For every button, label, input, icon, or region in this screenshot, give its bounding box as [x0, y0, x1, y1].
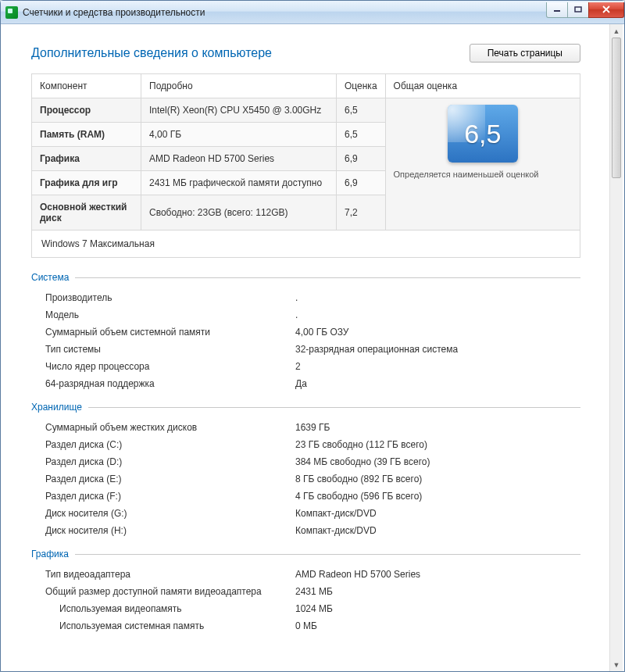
info-key: Производитель: [45, 292, 295, 303]
scroll-down-arrow-icon[interactable]: ▼: [610, 658, 623, 671]
row-detail: Свободно: 23GB (всего: 112GB): [141, 195, 337, 231]
svg-rect-1: [575, 7, 581, 12]
section-header: Графика: [31, 549, 580, 559]
info-value: 0 МБ: [295, 620, 580, 631]
content-pane: Дополнительные сведения о компьютере Печ…: [7, 29, 605, 667]
overall-score-cell: 6,5 Определяется наименьшей оценкой: [385, 98, 580, 231]
info-key: Число ядер процессора: [45, 361, 295, 372]
close-icon: [602, 5, 611, 13]
row-label: Основной жесткий диск: [32, 195, 141, 231]
col-score: Оценка: [337, 74, 386, 98]
info-row: Общий размер доступной памяти видеоадапт…: [31, 583, 580, 600]
info-value: 1024 МБ: [295, 603, 580, 614]
info-key: Раздел диска (E:): [45, 474, 295, 484]
os-name: Windows 7 Максимальная: [32, 231, 580, 258]
info-value: AMD Radeon HD 5700 Series: [295, 569, 580, 580]
section-storage: Хранилище Суммарный объем жестких дисков…: [31, 402, 580, 539]
row-label: Графика: [32, 147, 141, 171]
scroll-thumb[interactable]: [612, 38, 621, 178]
row-label: Графика для игр: [32, 171, 141, 195]
info-row: Диск носителя (G:)Компакт-диск/DVD: [31, 505, 580, 522]
performance-info-window: Счетчики и средства производительности Д…: [0, 0, 625, 672]
info-key: Раздел диска (C:): [45, 439, 295, 450]
maximize-button[interactable]: [567, 2, 589, 18]
info-row: Используемая видеопамять1024 МБ: [31, 600, 580, 617]
info-key: Диск носителя (G:): [45, 508, 295, 519]
window-buttons: [547, 2, 624, 18]
row-detail: AMD Radeon HD 5700 Series: [141, 147, 337, 171]
row-score: 6,9: [337, 147, 386, 171]
minimize-icon: [553, 6, 561, 13]
row-score: 7,2: [337, 195, 386, 231]
info-row: Число ядер процессора2: [31, 358, 580, 375]
row-label: Память (RAM): [32, 123, 141, 147]
divider: [75, 277, 580, 278]
info-value: 32-разрядная операционная система: [295, 344, 580, 355]
info-value: .: [295, 309, 580, 320]
info-row: 64-разрядная поддержкаДа: [31, 375, 580, 392]
info-key: Используемая системная память: [45, 620, 295, 631]
info-key: Суммарный объем системной памяти: [45, 327, 295, 338]
content-outer: Дополнительные сведения о компьютере Печ…: [1, 24, 624, 671]
row-score: 6,9: [337, 171, 386, 195]
section-title: Система: [31, 272, 69, 283]
score-badge: 6,5: [448, 105, 518, 163]
row-score: 6,5: [337, 123, 386, 147]
app-icon: [5, 6, 18, 19]
info-row: Раздел диска (E:)8 ГБ свободно (892 ГБ в…: [31, 470, 580, 488]
os-row: Windows 7 Максимальная: [32, 231, 580, 258]
close-button[interactable]: [588, 2, 624, 18]
section-header: Система: [31, 272, 580, 283]
info-value: 1639 ГБ: [295, 422, 580, 433]
vertical-scrollbar[interactable]: ▲ ▼: [609, 24, 623, 671]
info-value: 4,00 ГБ ОЗУ: [295, 327, 580, 338]
row-detail: 4,00 ГБ: [141, 123, 337, 147]
info-value: Компакт-диск/DVD: [295, 508, 580, 519]
titlebar[interactable]: Счетчики и средства производительности: [1, 1, 624, 24]
info-row: Суммарный объем системной памяти4,00 ГБ …: [31, 323, 580, 341]
section-graphics: Графика Тип видеоадаптераAMD Radeon HD 5…: [31, 549, 580, 634]
section-title: Хранилище: [31, 402, 82, 413]
section-title: Графика: [31, 549, 69, 559]
overall-score-value: 6,5: [464, 119, 501, 149]
info-row: Раздел диска (F:)4 ГБ свободно (596 ГБ в…: [31, 488, 580, 505]
info-value: 2: [295, 361, 580, 372]
info-row: Тип видеоадаптераAMD Radeon HD 5700 Seri…: [31, 566, 580, 583]
scroll-up-arrow-icon[interactable]: ▲: [610, 24, 623, 38]
print-page-button[interactable]: Печать страницы: [470, 44, 580, 63]
overall-score-caption: Определяется наименьшей оценкой: [394, 169, 572, 180]
info-key: Диск носителя (H:): [45, 525, 295, 536]
info-value: 4 ГБ свободно (596 ГБ всего): [295, 491, 580, 502]
header-row: Дополнительные сведения о компьютере Печ…: [31, 44, 604, 63]
info-key: Суммарный объем жестких дисков: [45, 422, 295, 433]
col-details: Подробно: [141, 74, 337, 98]
row-detail: Intel(R) Xeon(R) CPU X5450 @ 3.00GHz: [141, 98, 337, 123]
info-row: Тип системы32-разрядная операционная сис…: [31, 341, 580, 358]
info-value: Да: [295, 378, 580, 389]
info-value: Компакт-диск/DVD: [295, 525, 580, 536]
col-component: Компонент: [32, 74, 141, 98]
info-key: Раздел диска (D:): [45, 456, 295, 467]
info-row: Раздел диска (D:)384 МБ свободно (39 ГБ …: [31, 453, 580, 470]
divider: [75, 554, 580, 555]
info-row: Производитель.: [31, 289, 580, 306]
info-row: Диск носителя (H:)Компакт-диск/DVD: [31, 522, 580, 539]
minimize-button[interactable]: [546, 2, 568, 18]
section-header: Хранилище: [31, 402, 580, 413]
info-value: 23 ГБ свободно (112 ГБ всего): [295, 439, 580, 450]
assessment-table: Компонент Подробно Оценка Общая оценка П…: [31, 73, 580, 258]
info-value: 384 МБ свободно (39 ГБ всего): [295, 456, 580, 467]
info-key: Раздел диска (F:): [45, 491, 295, 502]
info-row: Модель.: [31, 306, 580, 323]
svg-rect-0: [554, 10, 560, 12]
info-value: .: [295, 292, 580, 303]
divider: [88, 407, 580, 408]
table-row: Процессор Intel(R) Xeon(R) CPU X5450 @ 3…: [32, 98, 580, 123]
info-row: Раздел диска (C:)23 ГБ свободно (112 ГБ …: [31, 436, 580, 453]
page-title: Дополнительные сведения о компьютере: [31, 46, 272, 60]
info-key: Общий размер доступной памяти видеоадапт…: [45, 586, 295, 597]
info-row: Суммарный объем жестких дисков1639 ГБ: [31, 419, 580, 436]
info-row: Используемая системная память0 МБ: [31, 617, 580, 634]
info-key: Тип системы: [45, 344, 295, 355]
row-label: Процессор: [32, 98, 141, 123]
